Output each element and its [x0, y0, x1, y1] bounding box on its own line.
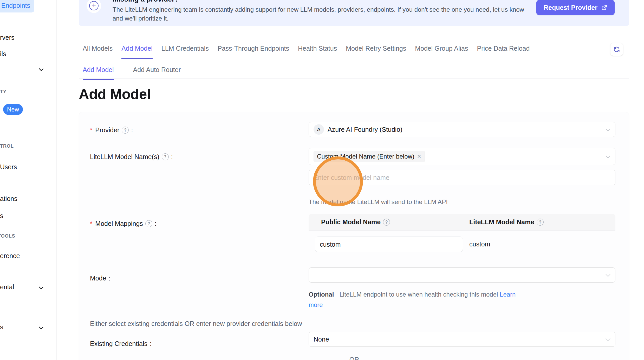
help-icon[interactable]: ? [383, 219, 390, 226]
model-name-helper-text: The model name LiteLLM will send to the … [309, 198, 448, 206]
custom-model-name-placeholder: Enter custom model name [314, 174, 389, 181]
add-model-form-card: * Provider ? : A Azure AI Foundry (Studi… [79, 112, 629, 360]
subtab-add-auto-router[interactable]: Add Auto Router [133, 66, 181, 80]
tabs-divider [79, 58, 629, 58]
sidebar-item-ils[interactable]: ils [0, 50, 6, 58]
sidebar-item-endpoints[interactable]: + Endpoints [0, 0, 34, 12]
chevron-down-icon [39, 285, 44, 290]
help-icon[interactable]: ? [145, 220, 152, 227]
custom-model-name-input[interactable]: Enter custom model name [309, 170, 615, 185]
banner-title: Missing a provider? [113, 0, 179, 3]
litellm-model-name-value: custom [469, 240, 490, 248]
banner-body: The LiteLLM engineering team is constant… [113, 5, 534, 23]
subtab-add-model[interactable]: Add Model [83, 66, 114, 80]
mode-select[interactable] [309, 267, 615, 283]
required-marker: * [90, 127, 92, 134]
mode-label: Mode : [90, 274, 110, 282]
sidebar-item-settings[interactable]: s [0, 323, 47, 331]
refresh-icon [613, 46, 620, 53]
column-litellm-model-name: LiteLLM Model Name ? [463, 218, 544, 226]
sidebar: + Endpoints rvers ils TY New TROL Users … [0, 0, 57, 360]
tab-model-group-alias[interactable]: Model Group Alias [415, 45, 468, 59]
model-mappings-table-header: Public Model Name ? LiteLLM Model Name ? [309, 214, 615, 231]
missing-provider-banner: + Missing a provider? The LiteLLM engine… [79, 0, 629, 26]
or-divider: OR [79, 356, 629, 360]
sidebar-item-organizations[interactable]: ations [0, 195, 17, 202]
sidebar-item-new[interactable]: New [0, 103, 31, 115]
remove-tag-icon[interactable]: ✕ [417, 153, 421, 160]
help-icon[interactable]: ? [162, 153, 169, 160]
tab-price-data-reload[interactable]: Price Data Reload [477, 45, 530, 59]
public-model-name-input[interactable]: custom [315, 237, 463, 252]
model-names-label: LiteLLM Model Name(s) ? : [90, 153, 173, 161]
credentials-note: Either select existing credentials OR en… [90, 320, 302, 328]
tab-add-model[interactable]: Add Model [121, 45, 153, 59]
sidebar-item-experimental[interactable]: ental [0, 283, 47, 291]
new-badge: New [3, 104, 23, 115]
tab-pass-through-endpoints[interactable]: Pass-Through Endpoints [218, 45, 289, 59]
help-icon[interactable]: ? [122, 127, 129, 134]
add-model-subtabs: Add Model Add Auto Router [83, 66, 181, 80]
plus-circle-icon: + [87, 0, 101, 13]
chevron-down-icon [39, 325, 44, 330]
tab-model-retry-settings[interactable]: Model Retry Settings [346, 45, 406, 59]
existing-credentials-label: Existing Credentials : [90, 340, 152, 348]
provider-value: Azure AI Foundry (Studio) [328, 126, 402, 133]
refresh-button[interactable] [610, 43, 623, 56]
sidebar-item-reference[interactable]: erence [0, 252, 20, 260]
page-title: Add Model [79, 86, 151, 102]
model-hub-tabs: All Models Add Model LLM Credentials Pas… [83, 45, 530, 59]
sidebar-section-trol: TROL [0, 143, 14, 149]
required-marker: * [90, 220, 92, 227]
custom-model-name-tag: Custom Model Name (Enter below) ✕ [314, 151, 425, 162]
provider-label: * Provider ? : [90, 126, 133, 134]
mode-helper-text: Optional - LiteLLM endpoint to use when … [309, 289, 530, 310]
tab-all-models[interactable]: All Models [83, 45, 113, 59]
chevron-down-icon [39, 67, 44, 71]
model-mappings-label: * Model Mappings ? : [90, 220, 157, 227]
sidebar-item-users[interactable]: Users [0, 163, 17, 171]
sidebar-item-collapsible[interactable] [0, 66, 47, 73]
external-link-icon [601, 4, 607, 11]
tab-health-status[interactable]: Health Status [298, 45, 337, 59]
chevron-down-icon [606, 154, 610, 158]
help-icon[interactable]: ? [537, 219, 544, 226]
sidebar-section-tools: TOOLS [0, 233, 15, 239]
provider-avatar: A [314, 124, 324, 135]
sidebar-section-ty: TY [0, 89, 6, 95]
chevron-down-icon [606, 127, 610, 131]
model-names-multiselect[interactable]: Custom Model Name (Enter below) ✕ [309, 148, 615, 165]
column-public-model-name: Public Model Name ? [309, 214, 463, 230]
sidebar-item-s1[interactable]: s [0, 212, 3, 220]
existing-credentials-select[interactable]: None [309, 332, 615, 347]
tab-llm-credentials[interactable]: LLM Credentials [161, 45, 209, 59]
provider-select[interactable]: A Azure AI Foundry (Studio) [309, 122, 615, 137]
sidebar-item-endpoints-label: + Endpoints [0, 2, 30, 9]
sidebar-item-servers[interactable]: rvers [0, 34, 15, 41]
existing-credentials-value: None [314, 336, 329, 343]
litellm-admin-screen: + Endpoints rvers ils TY New TROL Users … [0, 0, 644, 360]
request-provider-button[interactable]: Request Provider [536, 0, 615, 15]
chevron-down-icon [606, 273, 610, 276]
subtabs-divider [79, 78, 629, 78]
chevron-down-icon [606, 337, 610, 341]
